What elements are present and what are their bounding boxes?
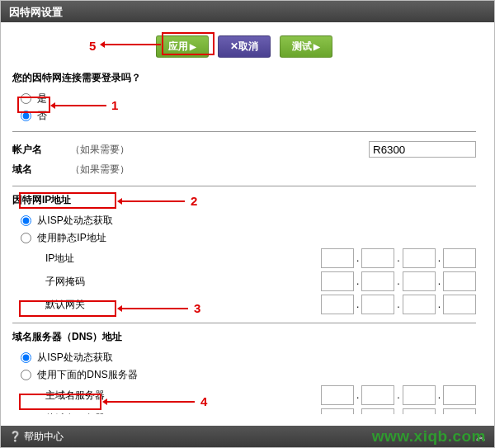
watermark: www.xiqb.com xyxy=(372,427,486,446)
login-no-radio[interactable] xyxy=(21,111,31,121)
apply-button[interactable]: 应用▶ xyxy=(156,35,209,58)
ip-dynamic-label: 从ISP处动态获取 xyxy=(37,215,112,226)
ip-static-label: 使用静态IP地址 xyxy=(37,232,106,243)
title-bar: 因特网设置 xyxy=(1,1,494,22)
ip-address-label: IP地址 xyxy=(12,252,161,266)
ip-address-input[interactable]: ... xyxy=(321,248,476,268)
dns-secondary-label: 从域名服务器 xyxy=(12,412,161,415)
dns-primary-label: 主域名服务器 xyxy=(12,389,161,403)
ip-section-title: 因特网IP地址 xyxy=(12,193,476,207)
play-icon: ▶ xyxy=(314,42,320,51)
dns-dynamic-label: 从ISP处动态获取 xyxy=(37,351,112,363)
login-yes-radio[interactable] xyxy=(21,93,31,104)
question-icon: ❔ xyxy=(9,431,24,442)
test-button[interactable]: 测试▶ xyxy=(280,35,332,58)
gateway-input[interactable]: ... xyxy=(321,295,476,314)
dns-manual-radio[interactable] xyxy=(21,370,31,380)
help-label: 帮助中心 xyxy=(24,431,64,442)
domain-hint: （如果需要） xyxy=(70,163,476,177)
login-no-label: 否 xyxy=(37,110,47,121)
dns-dynamic-radio[interactable] xyxy=(21,352,31,363)
dns-secondary-input[interactable]: ... xyxy=(321,408,476,414)
divider xyxy=(12,131,476,132)
cancel-button[interactable]: ✕取消 xyxy=(218,35,271,58)
divider xyxy=(12,323,476,323)
apply-label: 应用 xyxy=(168,40,188,52)
login-yes-label: 是 xyxy=(37,92,47,104)
account-name-label: 帐户名 xyxy=(12,143,70,157)
play-icon: ▶ xyxy=(190,42,196,51)
divider xyxy=(12,186,476,186)
subnet-input[interactable]: ... xyxy=(321,271,476,291)
ip-static-radio[interactable] xyxy=(21,233,31,243)
account-name-input[interactable] xyxy=(369,141,476,158)
main-scroll[interactable]: 应用▶ ✕取消 测试▶ 您的因特网连接需要登录吗？ 是 否 帐户名 xyxy=(9,22,486,414)
account-name-hint: （如果需要） xyxy=(70,143,369,157)
ip-dynamic-radio[interactable] xyxy=(21,215,31,226)
login-question: 您的因特网连接需要登录吗？ xyxy=(12,71,476,85)
x-icon: ✕ xyxy=(230,40,238,52)
subnet-label: 子网掩码 xyxy=(12,275,161,289)
dns-section-title: 域名服务器（DNS）地址 xyxy=(12,330,476,344)
domain-label: 域名 xyxy=(12,163,70,177)
action-button-row: 应用▶ ✕取消 测试▶ xyxy=(12,29,476,68)
dns-manual-label: 使用下面的DNS服务器 xyxy=(37,369,137,380)
test-label: 测试 xyxy=(292,40,312,52)
cancel-label: 取消 xyxy=(238,40,258,52)
window-title: 因特网设置 xyxy=(9,6,63,18)
gateway-label: 默认网关 xyxy=(12,298,161,312)
dns-primary-input[interactable]: ... xyxy=(321,385,476,405)
